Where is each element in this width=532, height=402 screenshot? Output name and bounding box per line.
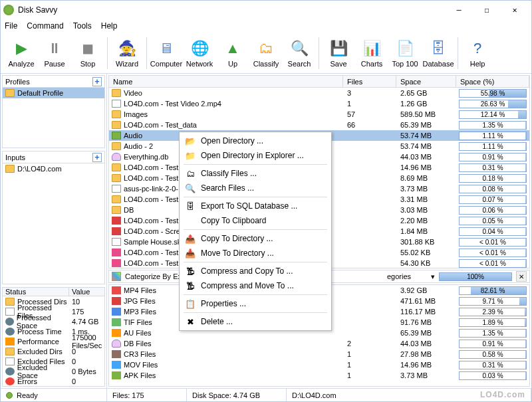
ctx-open-directory-in-explorer[interactable]: 📁Open Directory in Explorer ...: [181, 148, 330, 163]
toolbar-charts-button[interactable]: 📊Charts: [355, 35, 388, 72]
context-menu: 📂Open Directory ...📁Open Directory in Ex…: [179, 132, 332, 331]
profiles-panel-title: Profiles: [5, 78, 92, 86]
status-row: Excluded Dirs0: [3, 346, 104, 356]
profiles-panel-header: Profiles +: [3, 76, 104, 88]
toolbar-search-button[interactable]: 🔍Search: [283, 35, 316, 72]
toolbar-classify-button[interactable]: 🗂Classify: [249, 35, 283, 72]
menu-item-tools[interactable]: Tools: [73, 21, 92, 31]
toolbar-computer-button[interactable]: 🖥Computer: [150, 35, 183, 72]
png-icon: [112, 249, 121, 256]
ctx-copy-to-clipboard[interactable]: Copy To Clipboard: [181, 213, 330, 228]
ctx-item-icon: 📂: [185, 136, 196, 146]
folder-icon: [112, 89, 121, 97]
ctx-search-files[interactable]: 🔍Search Files ...: [181, 181, 330, 195]
toolbar-stop-button[interactable]: ◼Stop: [71, 35, 104, 72]
status-row: Excluded Space0 Bytes: [3, 366, 104, 376]
ctx-item-icon: 📁: [185, 150, 196, 161]
folder-icon: [112, 142, 121, 150]
jpg-icon: [112, 227, 121, 235]
ctx-export-to-sql-database[interactable]: 🗄Export To SQL Database ...: [181, 199, 330, 213]
toolbar-save-button[interactable]: 💾Save: [322, 35, 355, 72]
status-bar: Ready Files: 175 Disk Space: 4.74 GB D:\…: [1, 388, 531, 401]
folder-open-icon: [112, 132, 121, 140]
ctx-item-icon: 📥: [185, 248, 196, 258]
table-row[interactable]: DB Files244.03 MB0.91 %: [109, 338, 529, 349]
file-icon: [112, 238, 121, 246]
inputs-panel-header: Inputs +: [3, 151, 104, 163]
toolbar-top-100-button[interactable]: 📄Top 100: [388, 35, 422, 72]
ctx-open-directory[interactable]: 📂Open Directory ...: [181, 134, 330, 148]
toolbar-database-button[interactable]: 🗄Database: [422, 35, 455, 72]
column-header-pct[interactable]: Space (%): [456, 76, 529, 87]
add-input-button[interactable]: +: [92, 153, 102, 162]
status-row: Processed Space4.74 GB: [3, 316, 104, 326]
folder-icon: [112, 174, 121, 182]
categorize-icon: [112, 272, 121, 281]
column-header-space[interactable]: Space: [396, 76, 456, 87]
titlebar: Disk Savvy — ☐ ✕: [1, 1, 531, 19]
toolbar-help-button[interactable]: ?Help: [461, 35, 494, 72]
table-row[interactable]: CR3 Files127.98 MB0.58 %: [109, 349, 529, 359]
app-title: Disk Savvy: [18, 5, 445, 15]
table-row[interactable]: APK Files13.73 MB0.03 %: [109, 370, 529, 381]
file-icon: [112, 100, 121, 108]
column-header-files[interactable]: Files: [343, 76, 396, 87]
mov-icon: [112, 361, 121, 369]
add-profile-button[interactable]: +: [92, 77, 102, 86]
ctx-classify-files[interactable]: 🗂Classify Files ...: [181, 166, 330, 181]
status-diskspace: Disk Space: 4.74 GB: [187, 389, 287, 401]
folder-icon: [5, 89, 15, 97]
table-row[interactable]: LO4D.com - Test Video 2.mp411.26 GB26.63…: [109, 98, 529, 109]
minimize-button[interactable]: —: [445, 3, 473, 17]
profile-item[interactable]: Default Profile: [3, 88, 104, 98]
ctx-compress-and-move-to[interactable]: 🗜Compress and Move To ...: [181, 278, 330, 293]
table-row[interactable]: LO4D.com - Test_data6665.39 MB1.35 %: [109, 120, 529, 130]
table-row[interactable]: MOV Files114.96 MB0.31 %: [109, 359, 529, 370]
input-item[interactable]: D:\LO4D.com: [3, 163, 104, 174]
menu-item-command[interactable]: Command: [27, 21, 63, 31]
maximize-button[interactable]: ☐: [473, 3, 501, 17]
table-row[interactable]: Video32.65 GB55.98 %: [109, 88, 529, 98]
toolbar-pause-button[interactable]: ⏸Pause: [38, 35, 71, 72]
toolbar-up-button[interactable]: ▲Up: [216, 35, 249, 72]
ctx-copy-to-directory[interactable]: 📤Copy To Directory ...: [181, 231, 330, 246]
mp3-icon: [112, 308, 121, 316]
ctx-properties[interactable]: 📋Properties ...: [181, 296, 330, 311]
table-row[interactable]: Images57589.50 MB12.14 %: [109, 109, 529, 120]
status-col-value: Value: [69, 288, 104, 296]
column-header-name[interactable]: Name: [109, 76, 343, 87]
tif-icon: [112, 318, 121, 326]
ctx-delete[interactable]: ✖Delete ...: [181, 314, 330, 329]
menu-item-file[interactable]: File: [5, 21, 17, 31]
ctx-item-icon: [185, 215, 196, 226]
menu-item-help[interactable]: Help: [101, 21, 118, 31]
apk-icon: [112, 371, 121, 379]
folder-icon: [5, 348, 15, 355]
ctx-item-icon: 🗜: [185, 280, 196, 291]
menubar: FileCommandToolsHelp: [1, 19, 531, 33]
ctx-item-icon: 🗄: [185, 201, 196, 211]
folder-icon: [112, 195, 121, 203]
close-button[interactable]: ✕: [501, 3, 529, 17]
file-icon: [112, 185, 121, 193]
folder-icon: [112, 206, 121, 214]
status-state: Ready: [17, 391, 38, 399]
toolbar-network-button[interactable]: 🌐Network: [183, 35, 216, 72]
status-row: Errors0: [3, 376, 104, 386]
jpg-icon: [112, 217, 121, 225]
ctx-move-to-directory[interactable]: 📥Move To Directory ...: [181, 246, 330, 260]
perf-icon: [5, 338, 15, 346]
inputs-panel-title: Inputs: [5, 153, 92, 161]
categorize-close-button[interactable]: ✕: [516, 271, 527, 282]
mp4-icon: [112, 286, 121, 294]
folder-icon: [112, 163, 121, 171]
categorize-options-visible: egories: [387, 272, 411, 280]
png-icon: [112, 259, 121, 267]
status-row: Performance175000 Files/Sec: [3, 336, 104, 346]
ctx-compress-and-copy-to[interactable]: 🗜Compress and Copy To ...: [181, 264, 330, 278]
db-icon: [112, 153, 121, 161]
toolbar-analyze-button[interactable]: ▶Analyze: [5, 35, 38, 72]
db-icon: [112, 340, 121, 348]
au-icon: [112, 329, 121, 337]
toolbar-wizard-button[interactable]: 🧙Wizard: [110, 35, 144, 72]
